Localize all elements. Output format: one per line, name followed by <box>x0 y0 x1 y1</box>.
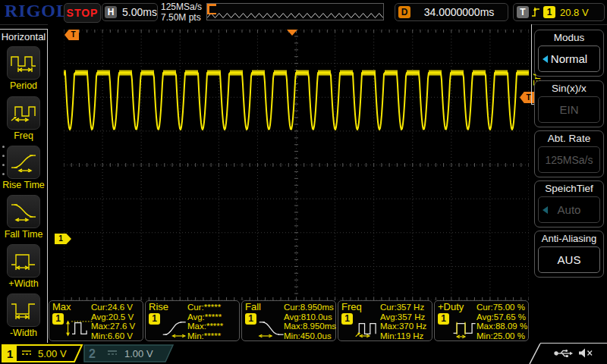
channel-badge: 1 <box>341 313 353 325</box>
menu-group-modus[interactable]: Modus Normal <box>534 30 604 77</box>
trigger-label: T <box>517 6 529 18</box>
anti-aliasing-value: AUS <box>538 246 600 273</box>
delay-value: 34.0000000ms <box>424 6 495 18</box>
menu-item-pwidth[interactable]: +Width <box>0 244 47 289</box>
measurement-values: Cur:*****Avg:***** Max:*****Min:***** <box>187 303 223 340</box>
trigger-status-box[interactable]: T 1 20.8 V <box>513 3 605 21</box>
channel-1-scale: 5.00 V <box>38 348 67 359</box>
delay-offset-box[interactable]: D 34.0000000ms <box>395 3 508 21</box>
horizontal-label: H <box>105 6 117 18</box>
horizontal-scale-box[interactable]: H 5.00ms <box>102 3 158 21</box>
measurement-values: Cur:75.00 %Avg:57.65 % Max:88.09 %Min:25… <box>476 303 527 340</box>
menu-item-period[interactable]: Period <box>0 46 47 91</box>
sample-rate: 125MSa/s <box>161 2 202 12</box>
channel-2-tab[interactable]: 2 1.00 V <box>83 344 176 364</box>
channel-badge: 1 <box>438 313 449 325</box>
channel-2-scale: 1.00 V <box>124 348 153 359</box>
measurement-values: Cur:24.6 VAvg:20.5 V Max:27.6 VMin:6.60 … <box>91 303 135 340</box>
channel-badge: 1 <box>149 313 160 325</box>
oscilloscope-screen: RIGOL STOP H 5.00ms 125MSa/s 7.50M pts D… <box>0 0 607 364</box>
menu-group-abt-rate[interactable]: Abt. Rate 125MSa/s <box>534 130 604 177</box>
status-icon-area <box>540 343 607 364</box>
minus-width-icon <box>10 300 37 320</box>
preview-wave-icon <box>207 4 383 20</box>
rise-icon <box>161 318 191 339</box>
left-menu-title: Horizontal <box>0 31 47 42</box>
modus-value: Normal <box>538 46 600 72</box>
measurement-values: Cur:357 HzAvg:357 Hz Max:370 HzMin:119 H… <box>380 303 426 340</box>
fall-icon <box>257 318 288 339</box>
menu-item-fall-time[interactable]: Fall Time <box>0 195 47 240</box>
left-measure-menu: Horizontal Period Freq <box>0 29 48 343</box>
measurement-panel-freq[interactable]: Freq 1 Cur:357 HzAvg:357 Hz Max:370 HzMi… <box>338 300 432 341</box>
delay-label: D <box>398 6 410 18</box>
left-arrow-icon <box>543 55 548 63</box>
memory-depth: 7.50M pts <box>161 12 202 23</box>
freq-icon <box>354 318 384 339</box>
trigger-position-top-marker[interactable] <box>287 30 297 36</box>
channel-status-bar: 1 5.00 V 2 1.00 V <box>0 343 607 364</box>
duty-icon <box>450 318 480 339</box>
channel-2-number: 2 <box>89 347 96 360</box>
measurement-panel-max[interactable]: Max 1 Cur:24.6 VAvg:20.5 V Max:27.6 VMin… <box>49 300 143 341</box>
freq-icon <box>10 103 37 123</box>
measurement-values: Cur:8.950msAvg:810.0us Max:8.950msMin:45… <box>284 303 336 340</box>
measurement-panel-fall[interactable]: Fall 1 Cur:8.950msAvg:810.0us Max:8.950m… <box>241 300 336 341</box>
channel-1-tab[interactable]: 1 5.00 V <box>2 344 86 364</box>
sinx-value: EIN <box>538 96 600 123</box>
ch1-waveform-trace <box>64 30 529 300</box>
channel-badge: 1 <box>52 313 64 325</box>
channel-badge: 1 <box>245 313 256 325</box>
preview-trigger-marker-icon <box>207 4 216 14</box>
menu-item-nwidth[interactable]: -Width <box>0 293 47 338</box>
abt-rate-value: 125MSa/s <box>538 146 600 173</box>
trigger-source-badge: 1 <box>543 6 555 18</box>
max-icon <box>64 318 95 339</box>
menu-group-anti-aliasing[interactable]: Anti-Aliasing AUS <box>534 231 604 278</box>
top-status-bar: RIGOL STOP H 5.00ms 125MSa/s 7.50M pts D… <box>0 0 607 25</box>
fall-time-icon <box>10 202 37 221</box>
trigger-level-value: 20.8 V <box>560 7 589 18</box>
speichtief-value: Auto <box>538 196 600 223</box>
rise-time-icon <box>10 152 37 172</box>
memory-waveform-preview[interactable] <box>206 3 384 20</box>
timebase-value: 5.00ms <box>122 6 157 18</box>
channel-1-number: 1 <box>7 347 13 360</box>
rigol-logo: RIGOL <box>5 1 69 21</box>
menu-scroll-dots <box>2 146 5 182</box>
measurement-bar: Max 1 Cur:24.6 VAvg:20.5 V Max:27.6 VMin… <box>49 300 531 343</box>
menu-group-sinx[interactable]: Sin(x)/x EIN <box>534 80 604 127</box>
measurement-panel-rise[interactable]: Rise 1 Cur:*****Avg:***** Max:*****Min:*… <box>145 300 240 341</box>
measurement-panel-duty[interactable]: +Duty 1 Cur:75.00 %Avg:57.65 % Max:88.09… <box>434 300 529 341</box>
run-stop-status[interactable]: STOP <box>64 3 101 23</box>
period-icon <box>10 53 37 73</box>
menu-item-freq[interactable]: Freq <box>0 96 47 141</box>
waveform-display[interactable]: T T 1 <box>48 24 531 300</box>
left-arrow-icon <box>543 206 548 214</box>
menu-group-speichtief[interactable]: SpeichTief Auto <box>534 180 604 228</box>
usb-icon[interactable] <box>554 347 574 359</box>
plus-width-icon <box>10 251 37 271</box>
rising-edge-icon <box>531 6 541 19</box>
menu-item-rise-time[interactable]: Rise Time <box>0 146 47 190</box>
speaker-muted-icon[interactable] <box>578 347 593 359</box>
right-soft-menu: Modus Normal Sin(x)/x EIN Abt. Rate 125M… <box>534 24 605 343</box>
acquisition-info: 125MSa/s 7.50M pts <box>161 2 202 23</box>
